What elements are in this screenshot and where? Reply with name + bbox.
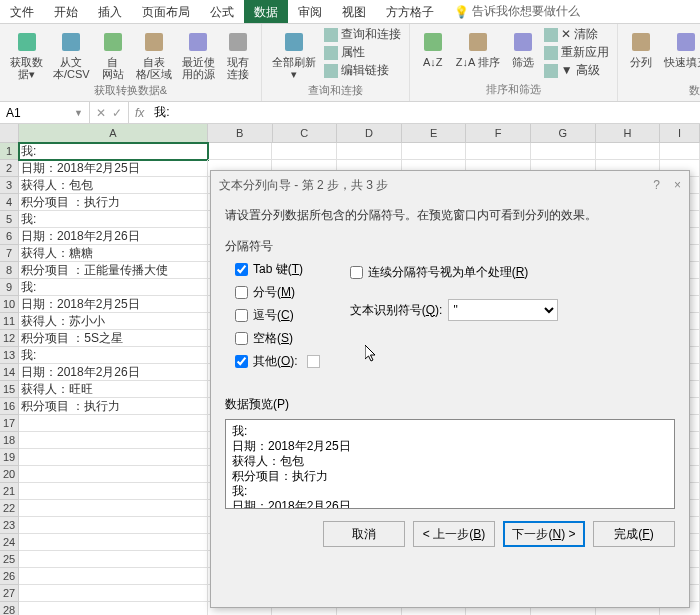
cell[interactable] (466, 143, 531, 160)
ribbon-btn-0-3[interactable]: 自表 格/区域 (132, 26, 176, 83)
formula-input[interactable]: fx 我: (129, 102, 700, 123)
cell[interactable]: 我: (19, 279, 208, 296)
row-header-16[interactable]: 16 (0, 398, 18, 415)
ribbon-btn-0-1[interactable]: 从文 本/CSV (49, 26, 94, 83)
ribbon-btn-3-0[interactable]: 分列 (624, 26, 658, 71)
cell[interactable]: 积分项目 ：执行力 (19, 194, 208, 211)
delimiter-check-2[interactable]: 逗号(C) (235, 307, 320, 324)
row-header-24[interactable]: 24 (0, 534, 18, 551)
cell[interactable] (19, 568, 208, 585)
cell[interactable] (337, 143, 402, 160)
ribbon-btn-3-1[interactable]: 快速填充 (660, 26, 700, 71)
cell[interactable] (19, 483, 208, 500)
cell[interactable] (19, 602, 208, 615)
ribbon-btn-0-0[interactable]: 获取数 据▾ (6, 26, 47, 83)
row-header-27[interactable]: 27 (0, 585, 18, 602)
cancel-button[interactable]: 取消 (323, 521, 405, 547)
cancel-icon[interactable]: ✕ (96, 106, 106, 120)
data-preview[interactable]: 我:日期：2018年2月25日获得人：包包积分项目：执行力我:日期：2018年2… (225, 419, 675, 509)
row-header-7[interactable]: 7 (0, 245, 18, 262)
cell[interactable]: 我: (19, 347, 208, 364)
tab-8[interactable]: 方方格子 (376, 0, 444, 23)
cell[interactable] (19, 517, 208, 534)
fx-icon[interactable]: fx (135, 106, 144, 120)
cell[interactable]: 获得人：苏小小 (19, 313, 208, 330)
ribbon-small-2-1[interactable]: 重新应用 (542, 44, 611, 61)
cell[interactable] (531, 143, 596, 160)
tab-2[interactable]: 插入 (88, 0, 132, 23)
delimiter-check-input-1[interactable] (235, 286, 248, 299)
cell[interactable]: 日期：2018年2月25日 (19, 296, 208, 313)
cell[interactable] (19, 415, 208, 432)
row-header-13[interactable]: 13 (0, 347, 18, 364)
cell[interactable]: 获得人：包包 (19, 177, 208, 194)
col-header-C[interactable]: C (273, 124, 338, 142)
cell[interactable]: 我: (19, 211, 208, 228)
ribbon-btn-0-5[interactable]: 现有 连接 (221, 26, 255, 83)
col-header-E[interactable]: E (402, 124, 467, 142)
cell[interactable] (596, 143, 661, 160)
row-header-1[interactable]: 1 (0, 143, 18, 160)
col-header-I[interactable]: I (660, 124, 700, 142)
row-header-19[interactable]: 19 (0, 449, 18, 466)
ribbon-small-2-0[interactable]: ✕ 清除 (542, 26, 611, 43)
dialog-titlebar[interactable]: 文本分列向导 - 第 2 步，共 3 步 ? × (211, 171, 689, 199)
cell[interactable] (208, 143, 273, 160)
row-header-20[interactable]: 20 (0, 466, 18, 483)
delimiter-check-input-3[interactable] (235, 332, 248, 345)
row-header-12[interactable]: 12 (0, 330, 18, 347)
ribbon-btn-1-0[interactable]: 全部刷新 ▾ (268, 26, 320, 83)
row-header-21[interactable]: 21 (0, 483, 18, 500)
row-header-6[interactable]: 6 (0, 228, 18, 245)
ribbon-btn-2-0[interactable]: A↓Z (416, 26, 450, 71)
cell[interactable] (272, 143, 337, 160)
cell[interactable]: 我: (19, 143, 208, 160)
ribbon-small-1-2[interactable]: 编辑链接 (322, 62, 403, 79)
delimiter-check-1[interactable]: 分号(M) (235, 284, 320, 301)
close-icon[interactable]: × (674, 178, 681, 192)
tab-1[interactable]: 开始 (44, 0, 88, 23)
cell[interactable]: 积分项目 ：5S之星 (19, 330, 208, 347)
tab-3[interactable]: 页面布局 (132, 0, 200, 23)
cell[interactable] (19, 449, 208, 466)
cell[interactable] (19, 585, 208, 602)
col-header-H[interactable]: H (596, 124, 661, 142)
row-header-4[interactable]: 4 (0, 194, 18, 211)
cell[interactable]: 积分项目 ：执行力 (19, 398, 208, 415)
ribbon-small-2-2[interactable]: ▼ 高级 (542, 62, 611, 79)
cell[interactable] (19, 432, 208, 449)
row-header-2[interactable]: 2 (0, 160, 18, 177)
delimiter-check-3[interactable]: 空格(S) (235, 330, 320, 347)
confirm-icon[interactable]: ✓ (112, 106, 122, 120)
delimiter-check-input-0[interactable] (235, 263, 248, 276)
text-qualifier-select[interactable]: " (448, 299, 558, 321)
col-header-D[interactable]: D (337, 124, 402, 142)
ribbon-small-1-0[interactable]: 查询和连接 (322, 26, 403, 43)
delimiter-check-0[interactable]: Tab 键(T) (235, 261, 320, 278)
cell[interactable]: 获得人：旺旺 (19, 381, 208, 398)
row-header-14[interactable]: 14 (0, 364, 18, 381)
cell[interactable] (19, 500, 208, 517)
cell[interactable]: 日期：2018年2月25日 (19, 160, 208, 177)
row-header-10[interactable]: 10 (0, 296, 18, 313)
cell[interactable]: 积分项目 ：正能量传播大使 (19, 262, 208, 279)
other-delimiter-input[interactable] (307, 355, 320, 368)
cell[interactable]: 获得人：糖糖 (19, 245, 208, 262)
tab-4[interactable]: 公式 (200, 0, 244, 23)
tab-5[interactable]: 数据 (244, 0, 288, 23)
row-header-17[interactable]: 17 (0, 415, 18, 432)
row-header-25[interactable]: 25 (0, 551, 18, 568)
delimiter-check-input-2[interactable] (235, 309, 248, 322)
row-header-11[interactable]: 11 (0, 313, 18, 330)
row-header-22[interactable]: 22 (0, 500, 18, 517)
ribbon-btn-2-1[interactable]: Z↓A 排序 (452, 26, 504, 71)
col-header-A[interactable]: A (19, 124, 208, 142)
treat-consecutive-input[interactable] (350, 266, 363, 279)
col-header-F[interactable]: F (466, 124, 531, 142)
ribbon-btn-0-4[interactable]: 最近使 用的源 (178, 26, 219, 83)
treat-consecutive-checkbox[interactable]: 连续分隔符号视为单个处理(R) (350, 264, 559, 281)
row-header-18[interactable]: 18 (0, 432, 18, 449)
row-header-26[interactable]: 26 (0, 568, 18, 585)
cell[interactable] (402, 143, 467, 160)
row-header-15[interactable]: 15 (0, 381, 18, 398)
